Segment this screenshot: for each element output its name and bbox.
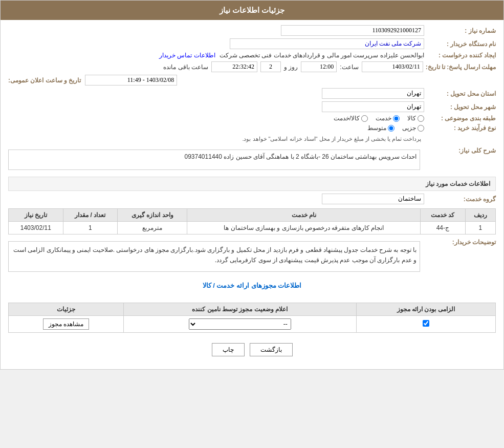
buyer-notes-box: با توجه به شرح خدمات جدول پیشنهاد قطعی و… (8, 241, 420, 272)
view-license-button[interactable]: مشاهده مجوز (43, 318, 89, 330)
buyer-notes-text: با توجه به شرح خدمات جدول پیشنهاد قطعی و… (13, 246, 417, 264)
purchase-type-note: پرداخت تمام یا بخشی از مبلغ خریدار از مح… (8, 134, 424, 144)
cell-row: 1 (465, 222, 495, 234)
bottom-buttons: بازگشت چاپ (8, 335, 496, 364)
purchase-type-label: نوع فرآیند خرید : (424, 124, 496, 132)
deadline-remaining-label: ساعت باقی مانده (163, 63, 208, 71)
purchase-type-motevaset[interactable]: متوسط (367, 124, 395, 132)
cell-unit: مترمربع (118, 222, 187, 234)
cell-code: ج-44 (421, 222, 466, 234)
col-header-code: کد خدمت (421, 209, 466, 222)
license-required-cell (356, 316, 495, 333)
col-header-qty: تعداد / مقدار (63, 209, 117, 222)
requester-value: ابوالحسن علیزاده سرپرست امور مالی و قرار… (220, 52, 424, 59)
col-header-required: الزامی بودن ارائه مجوز (356, 303, 495, 316)
need-description-text: احداث سرویس بهداشتی ساختمان 26 -باشگاه 2… (185, 153, 417, 160)
service-group-input[interactable] (322, 194, 424, 204)
license-status-select[interactable]: -- (189, 318, 291, 330)
deadline-remaining-input[interactable] (211, 61, 257, 72)
province-input[interactable] (322, 88, 424, 99)
license-required-checkbox[interactable] (423, 320, 429, 327)
province-label: استان محل تحویل : (424, 90, 496, 97)
need-number-input[interactable] (281, 25, 424, 36)
service-group-label: گروه خدمت: (424, 196, 496, 203)
category-option-khedmat[interactable]: خدمت (376, 115, 400, 122)
cell-date: 1403/02/11 (9, 222, 63, 234)
table-row: 1 ج-44 انجام کارهای متفرقه درخصوص بازساز… (9, 222, 496, 234)
category-option-kala[interactable]: کالا (407, 115, 424, 122)
deadline-time-input[interactable] (301, 61, 337, 72)
requester-label: ایجاد کننده درخواست : (424, 52, 496, 59)
services-table: ردیف کد خدمت نام خدمت واحد اندازه گیری ت… (8, 208, 496, 234)
page-title: جزئیات اطلاعات نیاز (220, 6, 284, 14)
buyer-org-label: نام دستگاه خریدار : (424, 40, 496, 48)
deadline-days-input[interactable] (260, 61, 281, 72)
city-label: شهر محل تحویل : (424, 103, 496, 111)
response-deadline-label: مهلت ارسال پاسخ: تا تاریخ: (423, 63, 496, 71)
list-item: -- مشاهده مجوز (9, 316, 496, 333)
announcement-input[interactable] (85, 75, 177, 86)
buyer-org-input[interactable] (230, 38, 424, 49)
print-button[interactable]: چاپ (212, 343, 245, 356)
col-header-date: تاریخ نیاز (9, 209, 63, 222)
col-header-name: نام خدمت (187, 209, 421, 222)
cell-name: انجام کارهای متفرقه درخصوص بازسازی و بهس… (187, 222, 421, 234)
license-details-cell: مشاهده مجوز (9, 316, 124, 333)
services-section-header: اطلاعات خدمات مورد نیاز (8, 177, 496, 191)
licenses-section-header: اطلاعات مجوزهای ارائه خدمت / کالا (8, 279, 496, 292)
col-header-details: جزئیات (9, 303, 124, 316)
city-input[interactable] (322, 101, 424, 112)
deadline-date-input[interactable] (362, 61, 423, 72)
licenses-table: الزامی بودن ارائه مجوز اعلام وضعیت مجوز … (8, 303, 496, 333)
requester-contact-link[interactable]: اطلاعات تماس خریدار (159, 52, 215, 59)
deadline-days-label: روز و (284, 63, 298, 71)
need-description-box: احداث سرویس بهداشتی ساختمان 26 -باشگاه 2… (8, 150, 420, 170)
category-option-both[interactable]: کالا/خدمت (334, 115, 368, 122)
deadline-time-label: ساعت: (340, 63, 358, 71)
back-button[interactable]: بازگشت (250, 343, 293, 356)
need-description-label: شرح کلی نیاز: (458, 147, 496, 154)
page-header: جزئیات اطلاعات نیاز (1, 1, 503, 20)
col-header-status: اعلام وضعیت مجوز توسط نامین کننده (123, 303, 356, 316)
purchase-type-jozi[interactable]: جزیی (402, 124, 424, 132)
announcement-label: تاریخ و ساعت اعلان عمومی: (8, 77, 81, 84)
category-label: طبقه بندی موضوعی : (424, 115, 496, 122)
license-status-cell: -- (123, 316, 356, 333)
col-header-unit: واحد اندازه گیری (118, 209, 187, 222)
buyer-notes-label: توضیحات خریدار: (452, 239, 496, 246)
cell-qty: 1 (63, 222, 117, 234)
need-number-label: شماره نیاز : (424, 27, 496, 34)
col-header-row: ردیف (465, 209, 495, 222)
